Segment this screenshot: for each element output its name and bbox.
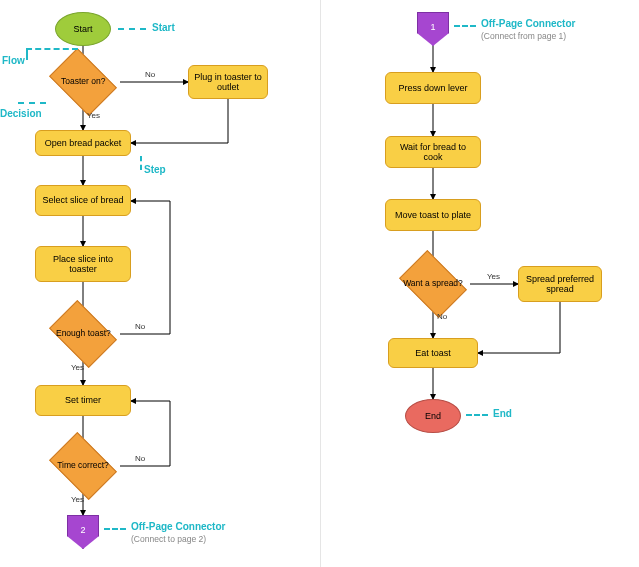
step-wait-cook: Wait for bread to cook	[385, 136, 481, 168]
edge-label-yes: Yes	[71, 495, 84, 504]
step-label: Plug in toaster to outlet	[193, 72, 263, 93]
edge-label-yes: Yes	[87, 111, 100, 120]
edge-label-no: No	[135, 322, 145, 331]
decision-time-correct: Time correct?	[49, 432, 117, 500]
edge-label-no: No	[437, 312, 447, 321]
edge-label-no: No	[135, 454, 145, 463]
step-label: Set timer	[65, 395, 101, 405]
start-label: Start	[73, 24, 92, 34]
step-label: Eat toast	[415, 348, 451, 358]
callout-offpage-sub: (Connect from page 1)	[481, 31, 566, 41]
decision-want-spread: Want a spread?	[399, 250, 467, 318]
edge-label-yes: Yes	[487, 272, 500, 281]
step-plug-in: Plug in toaster to outlet	[188, 65, 268, 99]
callout-start: Start	[152, 22, 175, 33]
step-spread: Spread preferred spread	[518, 266, 602, 302]
callout-step: Step	[144, 164, 166, 175]
offpage-connector-1: 1	[417, 12, 449, 46]
step-label: Open bread packet	[45, 138, 122, 148]
step-label: Press down lever	[398, 83, 467, 93]
connector-label: 1	[430, 22, 435, 32]
decision-enough-toast: Enough toast?	[49, 300, 117, 368]
callout-dash	[104, 528, 126, 530]
step-place-slice: Place slice into toaster	[35, 246, 131, 282]
edge-label-yes: Yes	[71, 363, 84, 372]
start-node: Start	[55, 12, 111, 46]
callout-dash	[18, 102, 46, 104]
decision-label: Enough toast?	[56, 329, 111, 339]
step-label: Wait for bread to cook	[390, 142, 476, 163]
callout-dash	[140, 156, 142, 170]
step-select-slice: Select slice of bread	[35, 185, 131, 216]
callout-dash	[26, 48, 78, 50]
step-label: Spread preferred spread	[523, 274, 597, 295]
step-label: Select slice of bread	[42, 195, 123, 205]
step-move-plate: Move toast to plate	[385, 199, 481, 231]
callout-dash	[454, 25, 476, 27]
end-node: End	[405, 399, 461, 433]
decision-toaster-on: Toaster on?	[49, 48, 117, 116]
edge-label-no: No	[145, 70, 155, 79]
step-label: Place slice into toaster	[40, 254, 126, 275]
decision-label: Toaster on?	[61, 77, 105, 87]
step-open-packet: Open bread packet	[35, 130, 131, 156]
end-label: End	[425, 411, 441, 421]
callout-offpage: Off-Page Connector	[131, 521, 225, 532]
callout-dash	[118, 28, 146, 30]
step-eat: Eat toast	[388, 338, 478, 368]
callout-dash	[466, 414, 488, 416]
callout-end: End	[493, 408, 512, 419]
connector-label: 2	[80, 525, 85, 535]
step-label: Move toast to plate	[395, 210, 471, 220]
step-press-lever: Press down lever	[385, 72, 481, 104]
callout-decision: Decision	[0, 108, 42, 119]
callout-offpage-sub: (Connect to page 2)	[131, 534, 206, 544]
step-set-timer: Set timer	[35, 385, 131, 416]
callout-flow: Flow	[2, 55, 25, 66]
callout-offpage: Off-Page Connector	[481, 18, 575, 29]
page-divider	[320, 0, 321, 567]
decision-label: Time correct?	[57, 461, 109, 471]
decision-label: Want a spread?	[403, 279, 463, 289]
offpage-connector-2: 2	[67, 515, 99, 549]
